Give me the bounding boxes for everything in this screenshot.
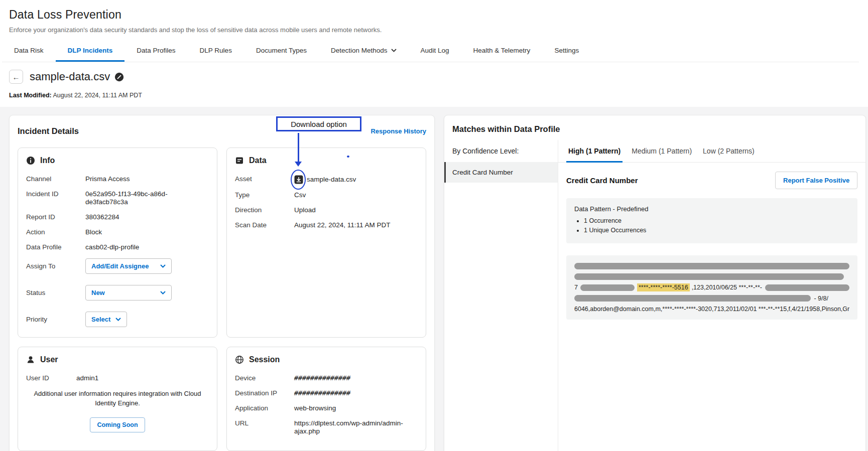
page-subtitle: Enforce your organization's data securit… [9,26,859,34]
info-row: Report ID380362284 [26,213,209,221]
tab-dlp-incidents[interactable]: DLP Incidents [56,41,125,62]
highlighted-match: ****-****-****-5516 [637,283,690,291]
confidence-panel: By Confidence Level: Credit Card Number [444,140,558,451]
incident-details-card: Download option Incident Details Respons… [9,115,435,451]
app-header: Data Loss Prevention Enforce your organi… [0,0,868,62]
data-title: Data [249,156,267,165]
match-sample-box: 7 ****-****-****-5516 ,123,2010/06/25 **… [566,255,857,320]
asset-file-name: sample-data.csv [307,176,356,184]
unique-occurrence-count: 1 Unique Occurrences [584,227,849,234]
session-title: Session [249,355,280,364]
last-modified-label: Last Modified: [9,92,52,99]
annotation-dot [347,156,349,158]
pattern-type: Data Pattern - Predefined [574,205,849,213]
user-id-label: User ID [26,374,76,382]
info-row: ActionBlock [26,228,209,236]
page-title: Data Loss Prevention [9,8,859,22]
tab-low-confidence[interactable]: Low (2 Patterns) [701,145,757,163]
session-row: Device############## [235,374,418,382]
user-card: User User ID admin1 Additional user info… [18,347,217,451]
last-modified: Last Modified: August 22, 2024, 11:11 AM… [9,92,859,99]
tab-detection-methods-label: Detection Methods [331,47,388,54]
match-detail: Credit Card Number Report False Positive… [558,163,865,329]
report-false-positive-button[interactable]: Report False Positive [775,172,857,189]
occurrence-count: 1 Occurrence [584,217,849,224]
last-modified-value: August 22, 2024, 11:11 AM PDT [52,92,142,99]
download-option-annotation: Download option [276,116,361,131]
tab-data-profiles[interactable]: Data Profiles [125,41,187,62]
assign-to-row: Assign To Add/Edit Assignee [26,258,209,274]
content-area: Download option Incident Details Respons… [0,107,868,451]
session-card: Session Device############## Destination… [226,347,426,451]
data-card: Data Asset sample-data.csv [226,147,426,338]
file-name: sample-data.csv [30,70,110,83]
tab-high-confidence[interactable]: High (1 Pattern) [566,145,623,163]
match-detail-title: Credit Card Number [566,176,638,185]
user-id-row: User ID admin1 [26,374,209,382]
response-history-link[interactable]: Response History [370,127,426,135]
assign-to-dropdown[interactable]: Add/Edit Assignee [85,258,172,274]
confidence-label: By Confidence Level: [444,140,558,162]
edit-icon[interactable] [114,72,124,82]
asset-label: Asset [235,175,294,183]
data-row: TypeCsv [235,191,418,199]
priority-label: Priority [26,316,85,324]
tab-health-telemetry[interactable]: Health & Telemetry [461,41,543,62]
incident-details-title: Incident Details [18,126,79,136]
back-arrow-icon: ← [13,73,20,81]
sample-tail-fragment: - 9/8/ [814,295,828,302]
asset-row: Asset sample-data.csv [235,175,418,184]
info-row: Incident ID0e52a950-1f13-49bc-a86d-de3fa… [26,190,209,206]
tab-audit-log[interactable]: Audit Log [409,41,461,62]
user-id-value: admin1 [76,374,98,382]
file-title-row: sample-data.csv [30,70,124,83]
chevron-down-icon [160,291,166,294]
info-row: Data Profilecasb02-dlp-profile [26,243,209,251]
session-row: URLhttps://dlptest.com/wp-admin/admin-aj… [235,419,418,435]
download-icon[interactable] [294,175,303,184]
info-icon [26,156,35,165]
status-label: Status [26,289,85,297]
tab-document-types[interactable]: Document Types [244,41,319,62]
redacted-bar [574,295,811,302]
redacted-bar [580,284,635,291]
info-row: ChannelPrisma Access [26,175,209,183]
matches-title: Matches within Data Profile [444,115,865,140]
redacted-bar [574,263,849,269]
sample-after-highlight: ,123,2010/06/25 ***-**-**- [692,284,762,291]
priority-dropdown[interactable]: Select [85,312,127,327]
pattern-list-item-credit-card[interactable]: Credit Card Number [444,162,558,183]
status-dropdown[interactable]: New [85,285,172,300]
status-row: Status New [26,285,209,300]
tab-data-risk[interactable]: Data Risk [2,41,56,62]
user-icon [26,355,35,364]
data-row: DirectionUpload [235,206,418,214]
redacted-bar [574,273,844,280]
info-card: Info ChannelPrisma Access Incident ID0e5… [18,147,217,338]
chevron-down-icon [115,318,121,321]
sample-visible-line: 6046,aborden@domain.com,m,****-****-****… [574,306,849,313]
redacted-value: ############## [293,389,351,397]
back-button[interactable]: ← [9,70,23,84]
pattern-summary-box: Data Pattern - Predefined 1 Occurrence 1… [566,198,857,243]
pattern-list: Credit Card Number [444,162,558,183]
redacted-value: ############## [293,374,351,382]
matches-card: Matches within Data Profile By Confidenc… [444,115,866,451]
info-title: Info [40,156,55,165]
tab-settings[interactable]: Settings [542,41,591,62]
tab-detection-methods[interactable]: Detection Methods [319,41,409,62]
annotation-arrow-line [298,133,299,162]
assign-to-label: Assign To [26,262,85,270]
main-tabs: Data Risk DLP Incidents Data Profiles DL… [2,41,859,62]
confidence-tabs: High (1 Pattern) Medium (1 Pattern) Low … [558,140,865,163]
tab-dlp-rules[interactable]: DLP Rules [188,41,244,62]
chevron-down-icon [160,264,166,268]
pattern-stats: 1 Occurrence 1 Unique Occurrences [574,217,849,234]
coming-soon-button[interactable]: Coming Soon [90,417,145,432]
tab-medium-confidence[interactable]: Medium (1 Pattern) [630,145,694,163]
annotation-arrow-head-icon [295,162,302,167]
redacted-bar [765,284,849,291]
priority-row: Priority Select [26,312,209,327]
globe-icon [235,355,244,364]
data-icon [235,156,244,165]
